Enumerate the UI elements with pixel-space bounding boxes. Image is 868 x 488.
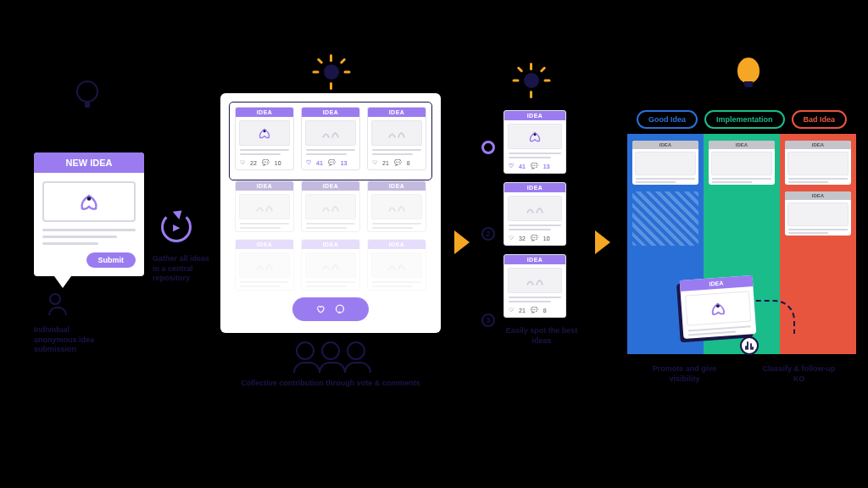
stage4-caption-left: Promote and give visibility: [647, 364, 723, 384]
svg-point-0: [87, 197, 92, 201]
kanban-card[interactable]: IDEA: [632, 141, 698, 185]
idea-card[interactable]: IDEA ♡22💬10: [235, 107, 294, 170]
rocket-icon: [508, 124, 562, 149]
grid-row-2: IDEA IDEA IDEA: [229, 180, 432, 232]
submit-button[interactable]: Submit: [86, 252, 136, 268]
card-stats: ♡22💬10: [236, 158, 293, 169]
thumbnail: [239, 194, 290, 219]
idea-grid-panel: IDEA ♡22💬10 IDEA ♡41💬13 IDEA ♡21💬8 IDEA …: [220, 93, 441, 333]
sparkle-bulb-icon: [517, 66, 546, 95]
drop-zone[interactable]: [632, 191, 698, 246]
thumbnail: [508, 196, 562, 221]
kanban-card[interactable]: IDEA: [785, 191, 851, 236]
comment-icon: [335, 304, 345, 314]
cursor-hand-icon: [739, 336, 760, 356]
heart-icon: [316, 305, 325, 313]
thumbnail: [305, 252, 356, 278]
grid-row-1: IDEA ♡22💬10 IDEA ♡41💬13 IDEA ♡21💬8: [234, 107, 427, 170]
vote-comment-pill[interactable]: [292, 297, 369, 321]
heart-icon: ♡: [372, 159, 377, 166]
idea-card[interactable]: IDEA: [301, 180, 360, 232]
thumbnail: [305, 194, 356, 219]
stage-new-idea: NEW IDEA Submit Individual anonymous ide…: [34, 152, 144, 355]
highlighted-row: IDEA ♡22💬10 IDEA ♡41💬13 IDEA ♡21💬8: [229, 102, 432, 180]
stage-idea-grid: IDEA ♡22💬10 IDEA ♡41💬13 IDEA ♡21💬8 IDEA …: [220, 93, 441, 389]
rocket-icon: [685, 291, 751, 325]
stage4-caption-right: Classify & follow-up KO: [761, 364, 837, 384]
kanban-tabs: Good Idea Implementation Bad Idea: [627, 110, 856, 129]
stage3-caption: Easily spot the best ideas: [495, 326, 588, 346]
comment-icon: 💬: [531, 235, 538, 241]
rocket-icon: [42, 181, 136, 222]
idea-card[interactable]: IDEA: [235, 180, 294, 232]
heart-icon: ♡: [240, 159, 245, 166]
stage1-caption: Individual anonymous idea submission: [34, 325, 110, 355]
person-icon: [49, 293, 144, 305]
cycle-caption: Gather all ideas in a central repository: [153, 254, 212, 284]
rank-badge-3: 3: [481, 313, 495, 327]
kanban-card[interactable]: IDEA: [785, 141, 851, 185]
thumbnail: [508, 268, 562, 293]
heart-icon: ♡: [509, 235, 514, 241]
card-stats: ♡41💬13: [302, 158, 359, 169]
thumbnail: [239, 252, 290, 278]
stage2-caption: Collective contribution through vote & c…: [220, 379, 441, 389]
idea-card[interactable]: IDEA ♡41💬13: [301, 107, 360, 170]
idea-card[interactable]: IDEA: [367, 239, 426, 291]
grid-row-3: IDEA IDEA IDEA: [229, 239, 432, 291]
card-stats: ♡21💬8: [504, 305, 565, 317]
svg-point-1: [264, 130, 266, 132]
thumbnail: [371, 252, 422, 278]
idea-card[interactable]: IDEA ♡21💬8: [504, 254, 566, 318]
kanban-card[interactable]: IDEA: [709, 141, 775, 185]
idea-card[interactable]: IDEA: [367, 180, 426, 232]
lightbulb-outline-icon: [76, 80, 98, 103]
card-stats: ♡32💬10: [504, 233, 565, 245]
new-idea-card: NEW IDEA Submit: [34, 152, 144, 276]
card-stats: ♡41💬13: [504, 161, 565, 173]
comment-icon: 💬: [531, 307, 538, 313]
lightbulb-solid-icon: [737, 58, 760, 83]
dragging-card[interactable]: IDEA: [680, 275, 757, 339]
arrow-icon: [595, 230, 610, 254]
idea-card[interactable]: IDEA ♡41💬13: [504, 110, 566, 174]
stage-ranked-ideas: 2 3 IDEA ♡41💬13 IDEA ♡32💬10 IDEA ♡21💬8 E…: [504, 110, 580, 346]
comment-icon: 💬: [394, 159, 402, 166]
cycle-arrow-icon: [161, 212, 192, 242]
comment-icon: 💬: [328, 159, 336, 166]
tab-bad-idea[interactable]: Bad Idea: [792, 110, 848, 129]
comment-icon: 💬: [531, 163, 538, 169]
idea-card[interactable]: IDEA: [235, 239, 294, 291]
idea-card[interactable]: IDEA ♡32💬10: [504, 182, 566, 246]
svg-point-5: [741, 337, 758, 354]
people-icons: [220, 341, 441, 360]
svg-point-3: [534, 133, 537, 136]
heart-icon: ♡: [509, 307, 514, 313]
heart-icon: ♡: [509, 163, 514, 169]
card-stats: ♡21💬8: [368, 158, 426, 169]
idea-card[interactable]: IDEA: [301, 239, 360, 291]
placeholder-lines: [42, 229, 136, 245]
stage-kanban: Good Idea Implementation Bad Idea IDEA I…: [627, 110, 856, 384]
rank-badge-2: 2: [481, 227, 495, 241]
tab-implementation[interactable]: Implementation: [704, 110, 785, 129]
rocket-icon: [239, 120, 290, 146]
rank-badge-1: [481, 141, 495, 154]
thumbnail: [371, 194, 422, 219]
arrow-icon: [454, 230, 470, 254]
idea-card[interactable]: IDEA ♡21💬8: [367, 107, 426, 170]
heart-icon: ♡: [306, 159, 311, 166]
sparkle-bulb-icon: [317, 58, 346, 86]
kanban-board: IDEA IDEA IDEA IDEA IDEA: [627, 134, 856, 354]
thumbnail: [371, 120, 422, 146]
tab-good-idea[interactable]: Good Idea: [637, 110, 698, 129]
thumbnail: [305, 120, 356, 146]
comment-icon: 💬: [262, 159, 270, 166]
new-idea-header: NEW IDEA: [34, 152, 144, 173]
